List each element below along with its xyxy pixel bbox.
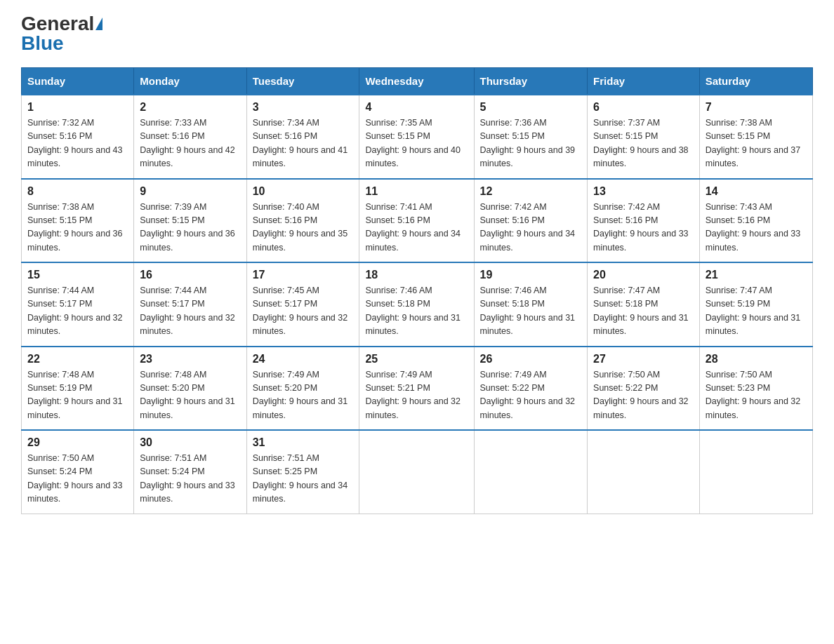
col-monday: Monday <box>134 68 246 95</box>
calendar-cell: 20Sunrise: 7:47 AMSunset: 5:18 PMDayligh… <box>588 262 700 347</box>
col-saturday: Saturday <box>699 68 812 95</box>
day-number: 5 <box>480 101 582 114</box>
day-info: Sunrise: 7:34 AMSunset: 5:16 PMDaylight:… <box>253 116 354 171</box>
day-info: Sunrise: 7:40 AMSunset: 5:16 PMDaylight:… <box>253 201 354 255</box>
col-friday: Friday <box>588 68 700 95</box>
calendar-table: Sunday Monday Tuesday Wednesday Thursday… <box>21 67 813 514</box>
calendar-cell: 11Sunrise: 7:41 AMSunset: 5:16 PMDayligh… <box>359 179 474 263</box>
day-info: Sunrise: 7:44 AMSunset: 5:17 PMDaylight:… <box>140 284 240 339</box>
day-info: Sunrise: 7:48 AMSunset: 5:20 PMDaylight:… <box>140 368 240 423</box>
calendar-cell: 4Sunrise: 7:35 AMSunset: 5:15 PMDaylight… <box>359 95 474 179</box>
day-number: 19 <box>480 269 582 281</box>
calendar-cell: 5Sunrise: 7:36 AMSunset: 5:15 PMDaylight… <box>474 95 588 179</box>
day-number: 26 <box>480 353 582 365</box>
calendar-cell: 12Sunrise: 7:42 AMSunset: 5:16 PMDayligh… <box>474 179 588 263</box>
day-number: 30 <box>140 436 240 449</box>
day-number: 7 <box>706 101 807 114</box>
day-number: 23 <box>140 353 240 365</box>
calendar-cell: 13Sunrise: 7:42 AMSunset: 5:16 PMDayligh… <box>588 179 700 263</box>
calendar-cell <box>359 430 474 514</box>
day-info: Sunrise: 7:47 AMSunset: 5:19 PMDaylight:… <box>706 284 807 339</box>
day-number: 15 <box>27 269 128 281</box>
day-info: Sunrise: 7:44 AMSunset: 5:17 PMDaylight:… <box>27 284 128 339</box>
calendar-cell: 3Sunrise: 7:34 AMSunset: 5:16 PMDaylight… <box>246 95 359 179</box>
day-info: Sunrise: 7:38 AMSunset: 5:15 PMDaylight:… <box>27 201 128 255</box>
calendar-cell: 24Sunrise: 7:49 AMSunset: 5:20 PMDayligh… <box>246 347 359 431</box>
col-sunday: Sunday <box>22 68 134 95</box>
calendar-cell: 26Sunrise: 7:49 AMSunset: 5:22 PMDayligh… <box>474 347 588 431</box>
day-number: 2 <box>140 101 240 114</box>
day-number: 24 <box>253 353 354 365</box>
day-number: 10 <box>253 185 354 198</box>
day-number: 8 <box>27 185 128 198</box>
day-info: Sunrise: 7:42 AMSunset: 5:16 PMDaylight:… <box>593 201 694 255</box>
day-info: Sunrise: 7:46 AMSunset: 5:18 PMDaylight:… <box>480 284 582 339</box>
logo-general-text: General <box>21 14 94 34</box>
calendar-cell: 29Sunrise: 7:50 AMSunset: 5:24 PMDayligh… <box>22 430 134 514</box>
calendar-cell: 14Sunrise: 7:43 AMSunset: 5:16 PMDayligh… <box>699 179 812 263</box>
calendar-cell: 30Sunrise: 7:51 AMSunset: 5:24 PMDayligh… <box>134 430 246 514</box>
day-number: 18 <box>365 269 468 281</box>
day-info: Sunrise: 7:42 AMSunset: 5:16 PMDaylight:… <box>480 201 582 255</box>
day-info: Sunrise: 7:33 AMSunset: 5:16 PMDaylight:… <box>140 116 240 171</box>
day-number: 11 <box>365 185 468 198</box>
calendar-cell: 19Sunrise: 7:46 AMSunset: 5:18 PMDayligh… <box>474 262 588 347</box>
logo-blue-text: Blue <box>21 34 64 53</box>
calendar-cell <box>699 430 812 514</box>
calendar-cell: 7Sunrise: 7:38 AMSunset: 5:15 PMDaylight… <box>699 95 812 179</box>
day-number: 27 <box>593 353 694 365</box>
day-info: Sunrise: 7:48 AMSunset: 5:19 PMDaylight:… <box>27 368 128 423</box>
calendar-cell <box>588 430 700 514</box>
calendar-week-row: 8Sunrise: 7:38 AMSunset: 5:15 PMDaylight… <box>22 179 813 263</box>
calendar-cell: 25Sunrise: 7:49 AMSunset: 5:21 PMDayligh… <box>359 347 474 431</box>
calendar-week-row: 22Sunrise: 7:48 AMSunset: 5:19 PMDayligh… <box>22 347 813 431</box>
day-number: 1 <box>27 101 128 114</box>
day-number: 25 <box>365 353 468 365</box>
calendar-cell: 15Sunrise: 7:44 AMSunset: 5:17 PMDayligh… <box>22 262 134 347</box>
day-number: 29 <box>27 436 128 449</box>
day-number: 31 <box>253 436 354 449</box>
calendar-cell: 2Sunrise: 7:33 AMSunset: 5:16 PMDaylight… <box>134 95 246 179</box>
day-info: Sunrise: 7:39 AMSunset: 5:15 PMDaylight:… <box>140 201 240 255</box>
calendar-cell: 9Sunrise: 7:39 AMSunset: 5:15 PMDaylight… <box>134 179 246 263</box>
day-number: 6 <box>593 101 694 114</box>
day-number: 14 <box>706 185 807 198</box>
day-info: Sunrise: 7:47 AMSunset: 5:18 PMDaylight:… <box>593 284 694 339</box>
calendar-week-row: 29Sunrise: 7:50 AMSunset: 5:24 PMDayligh… <box>22 430 813 514</box>
day-info: Sunrise: 7:49 AMSunset: 5:21 PMDaylight:… <box>365 368 468 423</box>
calendar-cell: 28Sunrise: 7:50 AMSunset: 5:23 PMDayligh… <box>699 347 812 431</box>
calendar-cell: 6Sunrise: 7:37 AMSunset: 5:15 PMDaylight… <box>588 95 700 179</box>
calendar-cell: 17Sunrise: 7:45 AMSunset: 5:17 PMDayligh… <box>246 262 359 347</box>
col-wednesday: Wednesday <box>359 68 474 95</box>
calendar-cell: 27Sunrise: 7:50 AMSunset: 5:22 PMDayligh… <box>588 347 700 431</box>
day-info: Sunrise: 7:50 AMSunset: 5:23 PMDaylight:… <box>706 368 807 423</box>
calendar-cell: 23Sunrise: 7:48 AMSunset: 5:20 PMDayligh… <box>134 347 246 431</box>
page-header: General Blue <box>21 14 813 53</box>
day-number: 17 <box>253 269 354 281</box>
day-number: 22 <box>27 353 128 365</box>
day-number: 12 <box>480 185 582 198</box>
day-info: Sunrise: 7:36 AMSunset: 5:15 PMDaylight:… <box>480 116 582 171</box>
calendar-cell: 31Sunrise: 7:51 AMSunset: 5:25 PMDayligh… <box>246 430 359 514</box>
day-info: Sunrise: 7:45 AMSunset: 5:17 PMDaylight:… <box>253 284 354 339</box>
calendar-cell: 18Sunrise: 7:46 AMSunset: 5:18 PMDayligh… <box>359 262 474 347</box>
day-number: 16 <box>140 269 240 281</box>
calendar-week-row: 15Sunrise: 7:44 AMSunset: 5:17 PMDayligh… <box>22 262 813 347</box>
day-number: 3 <box>253 101 354 114</box>
calendar-cell: 10Sunrise: 7:40 AMSunset: 5:16 PMDayligh… <box>246 179 359 263</box>
day-number: 21 <box>706 269 807 281</box>
day-info: Sunrise: 7:49 AMSunset: 5:22 PMDaylight:… <box>480 368 582 423</box>
day-info: Sunrise: 7:49 AMSunset: 5:20 PMDaylight:… <box>253 368 354 423</box>
day-info: Sunrise: 7:35 AMSunset: 5:15 PMDaylight:… <box>365 116 468 171</box>
day-number: 13 <box>593 185 694 198</box>
day-info: Sunrise: 7:51 AMSunset: 5:24 PMDaylight:… <box>140 452 240 507</box>
calendar-cell: 1Sunrise: 7:32 AMSunset: 5:16 PMDaylight… <box>22 95 134 179</box>
logo: General Blue <box>21 14 102 53</box>
col-tuesday: Tuesday <box>246 68 359 95</box>
day-number: 28 <box>706 353 807 365</box>
calendar-week-row: 1Sunrise: 7:32 AMSunset: 5:16 PMDaylight… <box>22 95 813 179</box>
day-info: Sunrise: 7:50 AMSunset: 5:24 PMDaylight:… <box>27 452 128 507</box>
day-info: Sunrise: 7:41 AMSunset: 5:16 PMDaylight:… <box>365 201 468 255</box>
calendar-header-row: Sunday Monday Tuesday Wednesday Thursday… <box>22 68 813 95</box>
day-info: Sunrise: 7:43 AMSunset: 5:16 PMDaylight:… <box>706 201 807 255</box>
